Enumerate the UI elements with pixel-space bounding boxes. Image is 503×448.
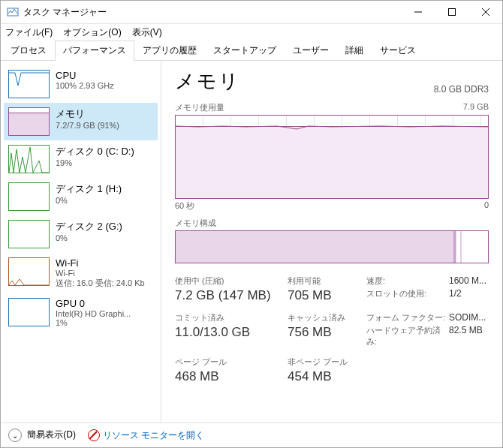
sidebar-item-gpu[interactable]: GPU 0 Intel(R) HD Graphi... 1% [4, 293, 158, 332]
axis-left: 60 秒 [175, 200, 194, 212]
sidebar-item-disk1[interactable]: ディスク 1 (H:) 0% [4, 178, 158, 215]
memory-name: メモリ [56, 107, 119, 121]
memory-thumb [8, 107, 50, 136]
disk0-name: ディスク 0 (C: D:) [56, 145, 134, 158]
form-value: SODIM... [449, 312, 502, 323]
tab-processes[interactable]: プロセス [2, 41, 55, 61]
in-use-label: 使用中 (圧縮) [175, 275, 288, 287]
axis-right: 0 [484, 200, 489, 212]
disk0-sub: 19% [56, 158, 134, 167]
tab-app-history[interactable]: アプリの履歴 [134, 41, 205, 61]
commit-label: コミット済み [175, 312, 288, 323]
memory-composition-chart [175, 230, 489, 263]
wifi-name: Wi-Fi [56, 257, 145, 269]
disk2-name: ディスク 2 (G:) [56, 220, 122, 233]
fewer-details-label: 簡易表示(D) [27, 429, 76, 440]
close-button[interactable] [468, 1, 502, 23]
sidebar-item-memory[interactable]: メモリ 7.2/7.9 GB (91%) [4, 103, 158, 140]
menu-bar: ファイル(F) オプション(O) 表示(V) [1, 24, 502, 41]
wifi-sub: Wi-Fi [56, 269, 145, 278]
disk2-sub: 0% [56, 233, 122, 242]
nonpaged-value: 454 MB [288, 369, 366, 384]
disk2-text: ディスク 2 (G:) 0% [56, 220, 122, 242]
gpu-text: GPU 0 Intel(R) HD Graphi... 1% [56, 298, 131, 327]
disk1-name: ディスク 1 (H:) [56, 182, 122, 196]
app-icon [7, 6, 19, 18]
cpu-sub: 100% 2.93 GHz [56, 81, 114, 90]
tab-strip: プロセス パフォーマンス アプリの履歴 スタートアップ ユーザー 詳細 サービス [1, 41, 502, 61]
disk0-thumb [8, 145, 50, 173]
usage-chart-label: メモリ使用量 [175, 102, 224, 113]
chevron-down-icon: ⌄ [8, 428, 22, 442]
menu-options[interactable]: オプション(O) [63, 26, 121, 39]
gpu-sub2: 1% [56, 318, 131, 327]
cached-label: キャッシュ済み [288, 312, 366, 323]
disk0-text: ディスク 0 (C: D:) 19% [56, 145, 134, 167]
composition-label: メモリ構成 [175, 218, 216, 229]
commit-value: 11.0/13.0 GB [175, 325, 288, 347]
window-title: タスク マネージャー [23, 6, 401, 19]
task-manager-window: タスク マネージャー ファイル(F) オプション(O) 表示(V) プロセス パ… [0, 0, 503, 448]
speed-value: 1600 M... [449, 275, 502, 287]
cpu-text: CPU 100% 2.93 GHz [56, 70, 114, 90]
gpu-sub: Intel(R) HD Graphi... [56, 309, 131, 318]
cpu-thumb [8, 70, 50, 98]
avail-value: 705 MB [288, 288, 366, 303]
tab-performance[interactable]: パフォーマンス [55, 41, 134, 61]
gpu-thumb [8, 298, 50, 326]
window-buttons [401, 1, 502, 23]
sidebar-item-cpu[interactable]: CPU 100% 2.93 GHz [4, 65, 158, 103]
disk1-text: ディスク 1 (H:) 0% [56, 182, 122, 205]
svg-rect-2 [448, 9, 455, 16]
memory-panel: メモリ 8.0 GB DDR3 メモリ使用量 7.9 GB 60 秒 0 メモリ… [161, 61, 502, 422]
speed-label: 速度: [366, 275, 449, 287]
gpu-name: GPU 0 [56, 298, 131, 309]
memory-text: メモリ 7.2/7.9 GB (91%) [56, 107, 119, 130]
wifi-thumb [8, 257, 50, 286]
memory-usage-chart [175, 115, 489, 199]
wifi-text: Wi-Fi Wi-Fi 送信: 16.0 受信: 24.0 Kb [56, 257, 145, 289]
resource-monitor-icon [88, 429, 100, 441]
wifi-sub2: 送信: 16.0 受信: 24.0 Kb [56, 278, 145, 289]
disk2-thumb [8, 220, 50, 248]
form-label: フォーム ファクター: [366, 312, 449, 323]
avail-label: 利用可能 [288, 275, 366, 287]
nonpaged-label: 非ページ プール [288, 356, 366, 368]
usage-chart-max: 7.9 GB [463, 102, 489, 113]
tab-details[interactable]: 詳細 [337, 41, 372, 61]
menu-view[interactable]: 表示(V) [132, 26, 162, 39]
performance-sidebar: CPU 100% 2.93 GHz メモリ 7.2/7.9 GB (91%) [1, 61, 161, 422]
hw-label: ハードウェア予約済み: [366, 325, 449, 347]
fewer-details-button[interactable]: ⌄ 簡易表示(D) [8, 428, 76, 442]
paged-label: ページ プール [175, 356, 288, 368]
hw-value: 82.5 MB [449, 325, 502, 347]
slots-label: スロットの使用: [366, 288, 449, 303]
paged-value: 468 MB [175, 369, 288, 384]
tab-users[interactable]: ユーザー [285, 41, 337, 61]
minimize-button[interactable] [401, 1, 435, 23]
menu-file[interactable]: ファイル(F) [5, 26, 53, 39]
in-use-value: 7.2 GB (147 MB) [175, 288, 288, 303]
disk1-thumb [8, 182, 50, 211]
status-bar: ⌄ 簡易表示(D) リソース モニターを開く [1, 422, 502, 447]
sidebar-item-disk2[interactable]: ディスク 2 (G:) 0% [4, 215, 158, 253]
title-bar: タスク マネージャー [1, 1, 502, 24]
maximize-button[interactable] [435, 1, 468, 23]
sidebar-item-disk0[interactable]: ディスク 0 (C: D:) 19% [4, 140, 158, 178]
cached-value: 756 MB [288, 325, 366, 347]
tab-startup[interactable]: スタートアップ [205, 41, 285, 61]
memory-stats: 使用中 (圧縮) 利用可能 速度: 1600 M... 7.2 GB (147 … [175, 275, 489, 384]
memory-spec: 8.0 GB DDR3 [434, 84, 489, 95]
panel-title: メモリ [175, 68, 240, 95]
disk1-sub: 0% [56, 196, 122, 205]
tab-services[interactable]: サービス [372, 41, 424, 61]
memory-sub: 7.2/7.9 GB (91%) [56, 121, 119, 130]
cpu-name: CPU [56, 70, 114, 81]
content-body: CPU 100% 2.93 GHz メモリ 7.2/7.9 GB (91%) [1, 61, 502, 422]
resource-monitor-label: リソース モニターを開く [103, 429, 204, 442]
sidebar-item-wifi[interactable]: Wi-Fi Wi-Fi 送信: 16.0 受信: 24.0 Kb [4, 253, 158, 293]
slots-value: 1/2 [449, 288, 502, 303]
resource-monitor-link[interactable]: リソース モニターを開く [88, 429, 204, 442]
